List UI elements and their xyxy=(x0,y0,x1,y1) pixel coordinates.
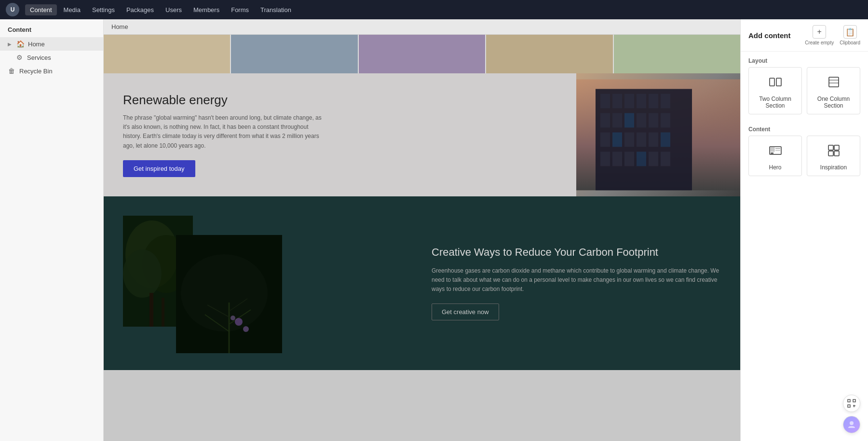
svg-rect-7 xyxy=(661,94,670,108)
breadcrumb: Home xyxy=(104,19,740,35)
user-avatar-button[interactable] xyxy=(843,416,860,433)
sidebar-header: Content xyxy=(0,19,103,37)
carbon-title: Creative Ways to Reduce Your Carbon Foot… xyxy=(432,246,721,260)
nav-translation[interactable]: Translation xyxy=(256,4,296,15)
svg-rect-18 xyxy=(649,132,658,147)
forest-image-2 xyxy=(176,235,282,353)
nav-users[interactable]: Users xyxy=(161,4,187,15)
add-content-panel: Add content + Create empty 📋 Clipboard L… xyxy=(740,19,868,441)
svg-point-40 xyxy=(243,326,249,332)
one-column-icon xyxy=(827,75,841,92)
svg-rect-4 xyxy=(624,94,634,108)
clipboard-button[interactable]: 📋 Clipboard xyxy=(840,25,860,45)
create-empty-button[interactable]: + Create empty xyxy=(805,25,834,45)
forest-svg-2 xyxy=(176,235,282,353)
svg-rect-2 xyxy=(600,94,610,108)
create-empty-icon: + xyxy=(813,25,826,39)
svg-rect-54 xyxy=(828,151,833,156)
svg-rect-10 xyxy=(624,113,634,127)
svg-rect-31 xyxy=(162,298,164,327)
top-image-strip xyxy=(104,35,740,73)
svg-point-33 xyxy=(181,254,268,331)
svg-rect-13 xyxy=(661,113,670,127)
svg-rect-30 xyxy=(149,293,153,327)
services-icon: ⚙ xyxy=(15,54,23,61)
scan-icon-button[interactable] xyxy=(843,395,860,412)
svg-rect-56 xyxy=(848,400,850,402)
avatar-icon xyxy=(847,420,856,429)
sidebar-item-home[interactable]: ▶ 🏠 Home xyxy=(0,37,103,51)
panel-actions: + Create empty 📋 Clipboard xyxy=(805,25,860,45)
bottom-right-icons xyxy=(843,395,860,433)
svg-rect-15 xyxy=(612,132,622,147)
svg-point-29 xyxy=(123,249,162,298)
renewable-title: Renewable energy xyxy=(123,93,557,108)
page-preview[interactable]: Renewable energy The phrase "global warm… xyxy=(104,35,740,441)
inspiration-label: Inspiration xyxy=(820,164,847,171)
renewable-image xyxy=(576,73,740,196)
svg-rect-6 xyxy=(649,94,658,108)
nav-content[interactable]: Content xyxy=(25,4,57,15)
sidebar-item-services[interactable]: ⚙ Services xyxy=(0,51,103,64)
svg-rect-20 xyxy=(600,152,610,166)
inspiration-icon xyxy=(827,144,841,160)
content-area: Home Renewable energy The phrase "global… xyxy=(104,19,740,441)
sidebar-item-home-label: Home xyxy=(28,41,45,48)
sidebar-item-recycle-label: Recycle Bin xyxy=(19,68,53,75)
top-img-3 xyxy=(359,35,485,73)
svg-rect-9 xyxy=(612,113,622,127)
svg-rect-53 xyxy=(834,145,839,150)
svg-rect-57 xyxy=(853,400,855,402)
top-img-2 xyxy=(231,35,357,73)
clipboard-label: Clipboard xyxy=(840,40,860,45)
svg-rect-25 xyxy=(661,152,670,166)
nav-settings[interactable]: Settings xyxy=(87,4,120,15)
content-grid: Hero Inspiration xyxy=(741,136,868,182)
get-creative-button[interactable]: Get creative now xyxy=(432,303,499,320)
svg-rect-48 xyxy=(771,148,774,152)
svg-point-41 xyxy=(231,316,235,320)
create-empty-label: Create empty xyxy=(805,40,834,45)
svg-rect-58 xyxy=(848,405,850,407)
one-column-section-card[interactable]: One Column Section xyxy=(807,67,860,114)
svg-rect-19 xyxy=(661,132,670,147)
carbon-body: Greenhouse gases are carbon dioxide and … xyxy=(432,266,721,294)
logo[interactable]: U xyxy=(6,3,19,16)
sidebar: Content ▶ 🏠 Home ⚙ Services 🗑 Recycle Bi… xyxy=(0,19,104,441)
clipboard-icon: 📋 xyxy=(843,25,857,39)
top-navigation: U Content Media Settings Packages Users … xyxy=(0,0,868,19)
building-svg xyxy=(576,73,740,196)
sidebar-item-recycle-bin[interactable]: 🗑 Recycle Bin xyxy=(0,64,103,78)
panel-header: Add content + Create empty 📋 Clipboard xyxy=(741,19,868,52)
svg-rect-5 xyxy=(637,94,646,108)
panel-title: Add content xyxy=(748,31,791,40)
hero-icon xyxy=(769,144,782,160)
svg-rect-55 xyxy=(834,151,839,156)
hero-label: Hero xyxy=(769,164,781,171)
renewable-body: The phrase "global warming" hasn't been … xyxy=(123,113,326,151)
one-column-label: One Column Section xyxy=(813,96,854,109)
sidebar-item-services-label: Services xyxy=(27,54,51,61)
hero-card[interactable]: Hero xyxy=(748,136,802,176)
nav-forms[interactable]: Forms xyxy=(226,4,254,15)
layout-section-label: Layout xyxy=(741,52,868,67)
carbon-section: Creative Ways to Reduce Your Carbon Foot… xyxy=(104,196,740,370)
layout-grid: Two Column Section One Column Section xyxy=(741,67,868,120)
svg-rect-43 xyxy=(776,78,781,86)
svg-point-61 xyxy=(850,421,854,425)
top-img-5 xyxy=(614,35,740,73)
expand-arrow-icon: ▶ xyxy=(8,41,12,47)
renewable-section: Renewable energy The phrase "global warm… xyxy=(104,73,740,196)
svg-rect-14 xyxy=(600,132,610,147)
svg-rect-51 xyxy=(771,152,773,154)
nav-packages[interactable]: Packages xyxy=(122,4,159,15)
svg-rect-17 xyxy=(637,132,646,147)
two-column-section-card[interactable]: Two Column Section xyxy=(748,67,802,114)
nav-media[interactable]: Media xyxy=(59,4,85,15)
content-section-label: Content xyxy=(741,120,868,136)
svg-rect-12 xyxy=(649,113,658,127)
get-inspired-button[interactable]: Get inspired today xyxy=(123,160,195,177)
nav-members[interactable]: Members xyxy=(189,4,224,15)
inspiration-card[interactable]: Inspiration xyxy=(807,136,860,176)
svg-rect-23 xyxy=(637,152,646,166)
